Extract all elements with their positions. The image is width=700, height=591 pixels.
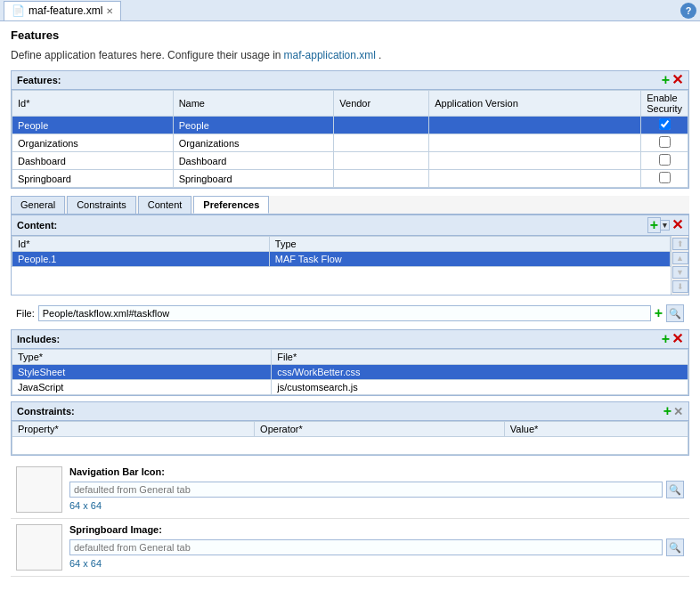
cell-content-type: MAF Task Flow [269, 252, 670, 267]
cell-name: Organizations [173, 134, 334, 152]
table-row[interactable]: Organizations Organizations [12, 134, 688, 152]
table-row[interactable]: JavaScript js/customsearch.js [12, 380, 688, 395]
includes-delete-button[interactable]: ✕ [672, 332, 683, 346]
content-header: Content: + ▾ ✕ [12, 215, 688, 236]
constraints-delete-button[interactable]: ✕ [673, 406, 683, 417]
nav-bar-icon-info: Navigation Bar Icon: 🔍 64 x 64 [69, 466, 684, 511]
col-id: Id* [12, 91, 174, 117]
file-tab-icon: 📄 [12, 4, 25, 17]
features-actions: + ✕ [662, 73, 683, 87]
description: Define application features here. Config… [11, 49, 689, 61]
page-title: Features [11, 28, 689, 42]
col-version: Application Version [429, 91, 641, 117]
features-title: Features: [17, 75, 61, 85]
includes-add-button[interactable]: + [662, 332, 670, 346]
constraints-title: Constraints: [17, 406, 75, 417]
cell-file: js/customsearch.js [272, 380, 688, 395]
tab-constraints[interactable]: Constraints [67, 196, 136, 214]
features-section: Features: + ✕ Id* Name Vendor Applicatio… [11, 70, 689, 189]
file-tab[interactable]: 📄 maf-feature.xml ✕ [4, 1, 121, 20]
file-row: File: + 🔍 [11, 301, 689, 326]
content-table: Id* Type People.1 MAF Task Flow [12, 236, 671, 267]
cell-security[interactable] [641, 170, 688, 188]
nav-bar-icon-label: Navigation Bar Icon: [69, 466, 684, 477]
features-table: Id* Name Vendor Application Version Enab… [12, 90, 688, 188]
detail-tabs: General Constraints Content Preferences [11, 196, 689, 215]
file-label: File: [16, 308, 35, 319]
content-add-button[interactable]: + [647, 217, 661, 233]
scroll-up-top[interactable]: ⬆ [672, 238, 688, 250]
cell-vendor [334, 170, 429, 188]
includes-section: Includes: + ✕ Type* File* StyleSheet css… [11, 329, 689, 396]
cell-version [429, 152, 641, 170]
features-header-row: Id* Name Vendor Application Version Enab… [12, 91, 688, 117]
col-content-id: Id* [12, 237, 270, 252]
includes-header-row: Type* File* [12, 350, 688, 365]
cell-security[interactable] [641, 134, 688, 152]
maf-application-link[interactable]: maf-application.xml [284, 49, 376, 61]
table-row[interactable]: Springboard Springboard [12, 170, 688, 188]
springboard-image-row: 🔍 [69, 538, 684, 556]
includes-title: Includes: [17, 334, 60, 344]
cell-name: People [173, 117, 334, 134]
cell-type: StyleSheet [12, 365, 272, 380]
cell-security[interactable] [641, 117, 688, 134]
scroll-down[interactable]: ▼ [672, 266, 688, 279]
cell-id: People [12, 117, 174, 134]
springboard-image-input[interactable] [69, 539, 663, 555]
content-delete-button[interactable]: ✕ [672, 218, 683, 232]
col-type: Type* [12, 350, 272, 365]
cell-version [429, 117, 641, 134]
cell-type: JavaScript [12, 380, 272, 395]
cell-id: Dashboard [12, 152, 174, 170]
cell-security[interactable] [641, 152, 688, 170]
cell-id: Springboard [12, 170, 174, 188]
tab-general[interactable]: General [11, 196, 65, 214]
tab-preferences[interactable]: Preferences [193, 196, 269, 214]
file-input[interactable] [38, 305, 651, 321]
constraints-header-row: Property* Operator* Value* [12, 422, 688, 437]
includes-actions: + ✕ [662, 332, 683, 346]
cell-vendor [334, 152, 429, 170]
content-add-dropdown[interactable]: ▾ [661, 220, 670, 231]
nav-bar-icon-search[interactable]: 🔍 [666, 481, 684, 498]
table-row[interactable]: People.1 MAF Task Flow [12, 252, 671, 267]
content-title: Content: [17, 220, 57, 231]
table-row[interactable]: People People [12, 117, 688, 134]
cell-name: Dashboard [173, 152, 334, 170]
col-file: File* [272, 350, 688, 365]
table-row[interactable]: StyleSheet css/WorkBetter.css [12, 365, 688, 380]
springboard-image-section: Springboard Image: 🔍 64 x 64 [11, 519, 689, 577]
col-security: Enable Security [641, 91, 688, 117]
constraints-actions: + ✕ [663, 404, 683, 418]
tab-content[interactable]: Content [138, 196, 192, 214]
file-tab-close[interactable]: ✕ [106, 6, 113, 16]
features-delete-button[interactable]: ✕ [672, 73, 683, 87]
file-search-button[interactable]: 🔍 [666, 304, 684, 322]
col-vendor: Vendor [334, 91, 429, 117]
nav-bar-icon-input[interactable] [69, 482, 663, 498]
file-add-button[interactable]: + [655, 306, 663, 320]
springboard-image-placeholder [16, 524, 62, 571]
springboard-image-size: 64 x 64 [69, 558, 684, 569]
features-add-button[interactable]: + [662, 73, 670, 87]
cell-version [429, 134, 641, 152]
table-row[interactable]: Dashboard Dashboard [12, 152, 688, 170]
content-scroll-controls: ⬆ ▲ ▼ ⬇ [671, 236, 688, 295]
cell-content-id: People.1 [12, 252, 270, 267]
col-operator: Operator* [255, 422, 505, 437]
help-button[interactable]: ? [680, 3, 696, 19]
scroll-up[interactable]: ▲ [672, 252, 688, 264]
constraints-section: Constraints: + ✕ Property* Operator* Val… [11, 401, 689, 456]
content-section: Content: + ▾ ✕ Id* Type [11, 215, 689, 296]
nav-bar-icon-placeholder [16, 466, 62, 513]
scroll-down-bottom[interactable]: ⬇ [672, 280, 688, 293]
constraints-add-button[interactable]: + [663, 404, 672, 418]
constraints-header: Constraints: + ✕ [12, 402, 688, 421]
cell-id: Organizations [12, 134, 174, 152]
springboard-image-search[interactable]: 🔍 [666, 538, 684, 556]
features-header: Features: + ✕ [12, 71, 688, 90]
includes-table: Type* File* StyleSheet css/WorkBetter.cs… [12, 349, 688, 395]
constraints-empty-row [12, 437, 688, 455]
includes-header: Includes: + ✕ [12, 330, 688, 349]
